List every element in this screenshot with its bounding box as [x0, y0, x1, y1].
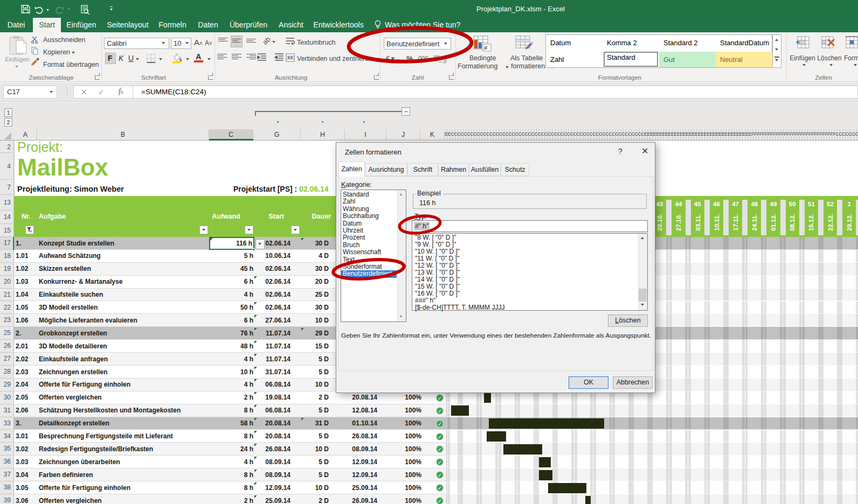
svg-text:000: 000 [418, 55, 428, 61]
svg-text:€ ▾: € ▾ [386, 54, 395, 62]
svg-text:→,0: →,0 [438, 59, 447, 64]
svg-text:≠: ≠ [484, 44, 488, 52]
svg-text:%: % [406, 54, 413, 63]
